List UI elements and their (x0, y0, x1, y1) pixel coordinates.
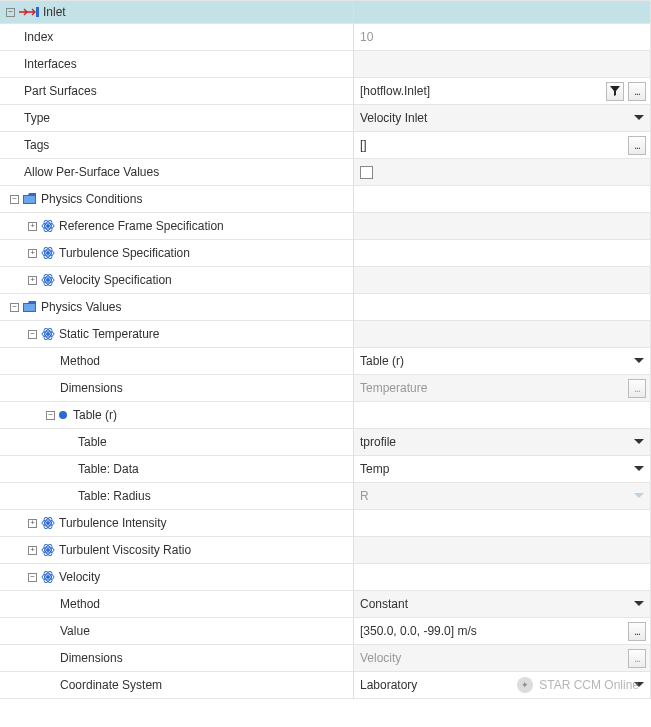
tr-data-label-cell: Table: Data (0, 456, 354, 483)
st-dim-label-cell: Dimensions (0, 375, 354, 402)
dropdown-icon[interactable] (634, 466, 644, 472)
svg-point-2 (46, 224, 50, 228)
interfaces-value-cell[interactable] (354, 51, 651, 78)
vel-coord-label-cell: Coordinate System (0, 672, 354, 699)
physics-icon (41, 246, 55, 260)
static-temp-value (354, 321, 651, 348)
table-r-node[interactable]: − Table (r) (0, 402, 354, 429)
allowps-label-cell: Allow Per-Surface Values (0, 159, 354, 186)
index-value-cell: 10 (354, 24, 651, 51)
svg-point-23 (46, 548, 50, 552)
dropdown-icon[interactable] (634, 358, 644, 364)
svg-point-27 (46, 575, 50, 579)
ref-frame-spec-node[interactable]: + Reference Frame Specification (0, 213, 354, 240)
tr-table-label-cell: Table (0, 429, 354, 456)
collapse-icon[interactable]: − (46, 411, 55, 420)
header-value (354, 0, 651, 24)
boundary-icon (19, 6, 39, 18)
partsurfaces-label-cell: Part Surfaces (0, 78, 354, 105)
dropdown-icon[interactable] (634, 439, 644, 445)
ref-frame-spec-value (354, 213, 651, 240)
static-temp-node[interactable]: − Static Temperature (0, 321, 354, 348)
velocity-node[interactable]: − Velocity (0, 564, 354, 591)
physics-icon (41, 570, 55, 584)
filter-button[interactable] (606, 82, 624, 101)
allowps-value-cell[interactable] (354, 159, 651, 186)
interfaces-label-cell: Interfaces (0, 51, 354, 78)
tree-header[interactable]: − Inlet (0, 0, 354, 24)
st-method-label-cell: Method (0, 348, 354, 375)
tr-data-value-cell[interactable]: Temp (354, 456, 651, 483)
svg-rect-14 (24, 304, 35, 311)
physics-conditions-node[interactable]: − Physics Conditions (0, 186, 354, 213)
svg-point-19 (46, 521, 50, 525)
vel-dim-label-cell: Dimensions (0, 645, 354, 672)
turb-spec-node[interactable]: + Turbulence Specification (0, 240, 354, 267)
expand-icon[interactable]: + (28, 519, 37, 528)
index-label: Index (24, 30, 53, 44)
vel-value-label-cell: Value (0, 618, 354, 645)
physics-icon (41, 516, 55, 530)
table-r-value (354, 402, 651, 429)
physics-conditions-value (354, 186, 651, 213)
type-label: Type (24, 111, 50, 125)
partsurfaces-value-cell[interactable]: [hotflow.Inlet] ... (354, 78, 651, 105)
more-button[interactable]: ... (628, 649, 646, 668)
more-button[interactable]: ... (628, 622, 646, 641)
svg-point-6 (46, 251, 50, 255)
expand-icon[interactable]: + (28, 249, 37, 258)
tr-radius-value-cell: R (354, 483, 651, 510)
partsurfaces-label: Part Surfaces (24, 84, 97, 98)
velocity-value (354, 564, 651, 591)
expand-icon[interactable]: + (28, 276, 37, 285)
physics-values-node[interactable]: − Physics Values (0, 294, 354, 321)
collapse-icon[interactable]: − (28, 573, 37, 582)
svg-point-15 (46, 332, 50, 336)
folder-icon (23, 193, 37, 205)
expand-icon[interactable]: + (28, 222, 37, 231)
turb-intensity-node[interactable]: + Turbulence Intensity (0, 510, 354, 537)
dropdown-icon[interactable] (634, 115, 644, 121)
dropdown-icon (634, 493, 644, 499)
turb-visc-ratio-value (354, 537, 651, 564)
header-title: Inlet (43, 5, 66, 19)
interfaces-label: Interfaces (24, 57, 77, 71)
dropdown-icon[interactable] (634, 601, 644, 607)
svg-rect-1 (24, 196, 35, 203)
collapse-icon[interactable]: − (6, 8, 15, 17)
svg-rect-0 (36, 7, 39, 17)
vel-method-label-cell: Method (0, 591, 354, 618)
physics-icon (41, 273, 55, 287)
collapse-icon[interactable]: − (10, 303, 19, 312)
vel-method-value-cell[interactable]: Constant (354, 591, 651, 618)
st-method-value-cell[interactable]: Table (r) (354, 348, 651, 375)
tr-radius-label-cell: Table: Radius (0, 483, 354, 510)
vel-dim-value-cell[interactable]: Velocity ... (354, 645, 651, 672)
folder-icon (23, 301, 37, 313)
more-button[interactable]: ... (628, 82, 646, 101)
allowps-checkbox[interactable] (360, 166, 373, 179)
collapse-icon[interactable]: − (10, 195, 19, 204)
vel-value-value-cell[interactable]: [350.0, 0.0, -99.0] m/s ... (354, 618, 651, 645)
allowps-label: Allow Per-Surface Values (24, 165, 159, 179)
vel-coord-value-cell[interactable]: Laboratory (354, 672, 651, 699)
svg-point-10 (46, 278, 50, 282)
expand-icon[interactable]: + (28, 546, 37, 555)
st-dim-value-cell[interactable]: Temperature ... (354, 375, 651, 402)
turb-visc-ratio-node[interactable]: + Turbulent Viscosity Ratio (0, 537, 354, 564)
collapse-icon[interactable]: − (28, 330, 37, 339)
physics-icon (41, 219, 55, 233)
physics-values-value (354, 294, 651, 321)
bullet-icon (59, 411, 67, 419)
tags-value-cell[interactable]: [] ... (354, 132, 651, 159)
vel-spec-value (354, 267, 651, 294)
dropdown-icon[interactable] (634, 682, 644, 688)
tr-table-value-cell[interactable]: tprofile (354, 429, 651, 456)
more-button[interactable]: ... (628, 379, 646, 398)
vel-spec-node[interactable]: + Velocity Specification (0, 267, 354, 294)
type-value-cell[interactable]: Velocity Inlet (354, 105, 651, 132)
more-button[interactable]: ... (628, 136, 646, 155)
tags-label: Tags (24, 138, 49, 152)
tags-label-cell: Tags (0, 132, 354, 159)
index-label-cell: Index (0, 24, 354, 51)
